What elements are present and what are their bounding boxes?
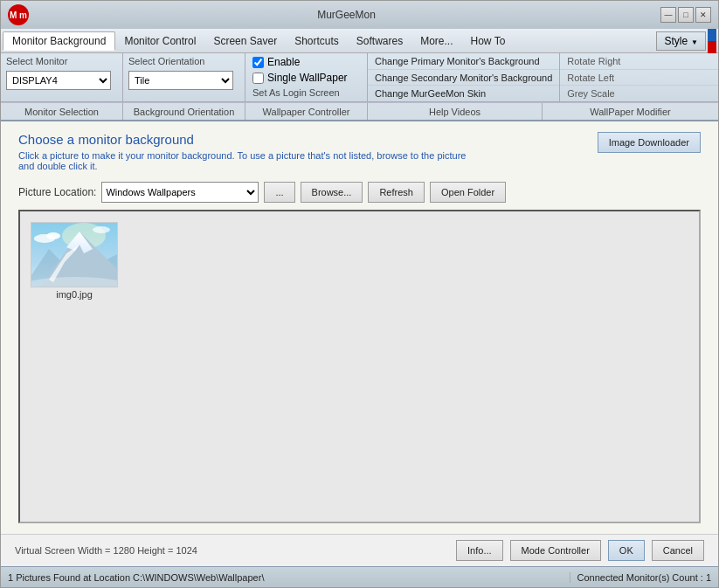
orientation-section: Select Orientation Tile xyxy=(123,53,245,101)
minimize-button[interactable]: — xyxy=(660,7,676,23)
orientation-select[interactable]: Tile xyxy=(128,71,233,90)
toolbar-labels: Monitor Selection Background Orientation… xyxy=(1,102,718,120)
window-title: MurGeeMon xyxy=(32,9,660,21)
svg-point-9 xyxy=(93,226,110,233)
monitor-select[interactable]: DISPLAY4 xyxy=(6,71,111,90)
menu-bar: Monitor Background Monitor Control Scree… xyxy=(1,29,718,53)
browse-button[interactable]: Browse... xyxy=(301,182,363,203)
wallpaper-thumbnail xyxy=(31,222,118,287)
monitor-selection-section: Select Monitor DISPLAY4 xyxy=(1,53,123,101)
image-downloader-button[interactable]: Image Downloader xyxy=(598,132,701,153)
restore-button[interactable]: □ xyxy=(678,7,694,23)
picture-location-label: Picture Location: xyxy=(18,186,96,198)
app-logo: M m xyxy=(8,4,29,25)
mountain-svg xyxy=(31,223,118,287)
help-videos-section: Change Primary Monitor's Background Chan… xyxy=(368,53,560,101)
single-wallpaper-checkbox[interactable] xyxy=(252,73,264,84)
menu-softwares[interactable]: Softwares xyxy=(348,31,411,51)
mode-controller-button[interactable]: Mode Controller xyxy=(510,540,601,561)
main-content: Choose a monitor background Click a pict… xyxy=(1,121,718,534)
flag-blue-icon xyxy=(708,29,716,41)
menu-monitor-background[interactable]: Monitor Background xyxy=(3,31,115,51)
title-bar: M m MurGeeMon — □ ✕ xyxy=(1,1,718,29)
grey-scale-item[interactable]: Grey Scale xyxy=(560,86,718,101)
status-left: 1 Pictures Found at Location C:\WINDOWS\… xyxy=(1,572,570,583)
help-change-skin[interactable]: Change MurGeeMon Skin xyxy=(368,86,559,101)
style-button[interactable]: Style xyxy=(656,31,706,51)
wallpaper-name: img0.jpg xyxy=(56,289,93,300)
section-title: Choose a monitor background xyxy=(18,132,481,147)
status-bar: 1 Pictures Found at Location C:\WINDOWS\… xyxy=(1,566,718,587)
status-right: Connected Monitor(s) Count : 1 xyxy=(570,572,718,583)
wallpaper-modifier-section: Rotate Right Rotate Left Grey Scale xyxy=(560,53,718,101)
info-text: Click a picture to make it your monitor … xyxy=(18,150,481,171)
location-select[interactable]: Windows Wallpapers Custom Folder xyxy=(101,182,259,203)
refresh-button[interactable]: Refresh xyxy=(368,182,425,203)
wallpaper-controller-section: Enable Single WallPaper Set As Login Scr… xyxy=(245,53,368,101)
flag-red-icon xyxy=(708,41,716,53)
main-window: M m MurGeeMon — □ ✕ Monitor Background M… xyxy=(0,0,719,588)
help-secondary-bg[interactable]: Change Secondary Monitor's Background xyxy=(368,70,559,86)
rotate-right-item[interactable]: Rotate Right xyxy=(560,53,718,70)
svg-point-8 xyxy=(46,232,60,239)
menu-more[interactable]: More... xyxy=(411,31,461,51)
flag-icons xyxy=(708,29,716,53)
open-folder-button[interactable]: Open Folder xyxy=(430,182,506,203)
rotate-left-item[interactable]: Rotate Left xyxy=(560,70,718,86)
bottom-bar: Virtual Screen Width = 1280 Height = 102… xyxy=(1,534,718,566)
menu-shortcuts[interactable]: Shortcuts xyxy=(286,31,348,51)
ok-button[interactable]: OK xyxy=(608,540,645,561)
dots-button[interactable]: ... xyxy=(264,182,294,203)
window-controls: — □ ✕ xyxy=(660,7,711,23)
info-button[interactable]: Info... xyxy=(456,540,503,561)
menu-how-to[interactable]: How To xyxy=(462,31,515,51)
cancel-button[interactable]: Cancel xyxy=(652,540,704,561)
wallpaper-grid: img0.jpg xyxy=(18,210,701,523)
screen-info: Virtual Screen Width = 1280 Height = 102… xyxy=(15,545,449,556)
wallpaper-item[interactable]: img0.jpg xyxy=(27,218,121,303)
help-primary-bg[interactable]: Change Primary Monitor's Background xyxy=(368,53,559,70)
close-button[interactable]: ✕ xyxy=(695,7,711,23)
menu-monitor-control[interactable]: Monitor Control xyxy=(115,31,204,51)
menu-screen-saver[interactable]: Screen Saver xyxy=(204,31,286,51)
toolbar: Select Monitor DISPLAY4 Select Orientati… xyxy=(1,53,718,121)
enable-checkbox[interactable] xyxy=(252,57,264,68)
picture-location-row: Picture Location: Windows Wallpapers Cus… xyxy=(18,182,701,203)
chevron-down-icon xyxy=(691,35,698,47)
